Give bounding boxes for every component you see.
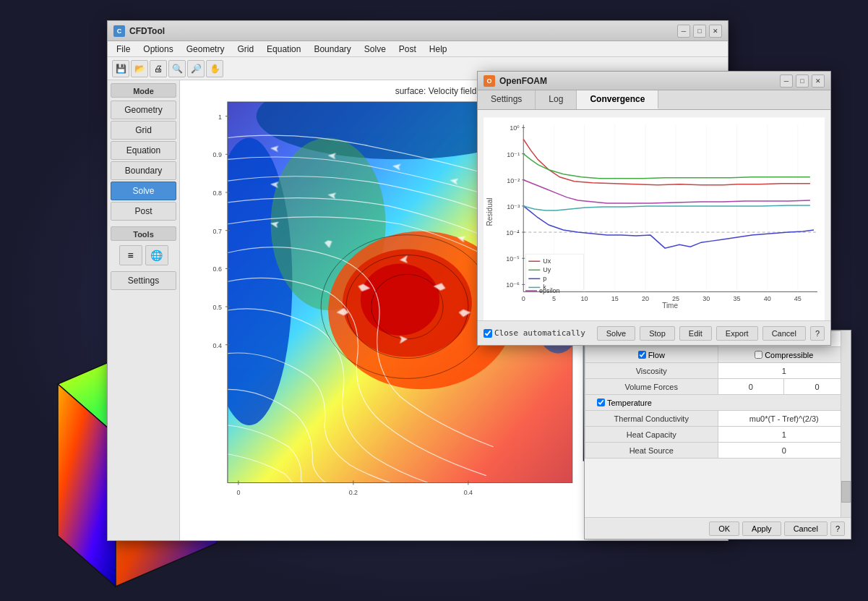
of-titlebar: O OpenFOAM ─ □ ✕	[478, 72, 830, 90]
maximize-button[interactable]: □	[693, 25, 706, 38]
svg-text:0: 0	[236, 489, 240, 496]
svg-text:0.4: 0.4	[464, 489, 473, 496]
svg-text:Ux: Ux	[543, 257, 551, 265]
svg-text:5: 5	[552, 295, 556, 302]
menu-options[interactable]: Options	[137, 43, 179, 56]
properties-table: Density 1.225 Flow Compressible	[585, 331, 851, 459]
minimize-button[interactable]: ─	[677, 25, 690, 38]
tab-settings[interactable]: Settings	[478, 90, 536, 109]
app-title: CFDTool	[129, 26, 673, 36]
menu-post[interactable]: Post	[393, 43, 422, 56]
menu-file[interactable]: File	[111, 43, 136, 56]
svg-text:0.2: 0.2	[349, 489, 358, 496]
svg-text:45: 45	[794, 295, 802, 302]
of-help-btn[interactable]: ?	[810, 326, 825, 341]
volume-forces-label: Volume Forces	[585, 379, 718, 395]
svg-text:0.5: 0.5	[213, 304, 222, 311]
menu-grid[interactable]: Grid	[231, 43, 259, 56]
close-auto-checkbox[interactable]: Close automatically	[484, 328, 585, 338]
svg-text:10⁻³: 10⁻³	[507, 203, 520, 210]
sidebar-grid[interactable]: Grid	[111, 121, 176, 140]
of-close[interactable]: ✕	[812, 74, 825, 88]
of-icon: O	[484, 75, 495, 87]
viscosity-label: Viscosity	[585, 363, 718, 379]
of-tabs: Settings Log Convergence	[478, 90, 830, 110]
sidebar-geometry[interactable]: Geometry	[111, 101, 176, 119]
of-edit-btn[interactable]: Edit	[679, 326, 712, 341]
scrollbar[interactable]	[841, 331, 851, 517]
svg-text:15: 15	[611, 295, 619, 302]
tab-log[interactable]: Log	[536, 90, 577, 109]
heat-src-value: 0	[718, 443, 851, 459]
menu-geometry[interactable]: Geometry	[181, 43, 231, 56]
thermal-cond-value: mu0*(T - Tref)^(2/3)	[718, 411, 851, 427]
flow-checkbox-cell[interactable]: Flow	[585, 347, 718, 363]
mode-label: Mode	[111, 83, 176, 98]
volume-forces-row: Volume Forces 0 0	[585, 379, 851, 395]
sidebar-post[interactable]: Post	[111, 202, 176, 221]
svg-text:10⁻⁵: 10⁻⁵	[506, 255, 520, 263]
svg-text:10⁻²: 10⁻²	[507, 177, 520, 184]
svg-rect-95	[525, 254, 583, 290]
window-controls: ─ □ ✕	[677, 25, 722, 38]
of-stop-btn[interactable]: Stop	[640, 326, 675, 341]
menu-solve[interactable]: Solve	[358, 43, 392, 56]
viscosity-value: 1	[718, 363, 851, 379]
svg-text:0: 0	[522, 295, 525, 302]
cancel-button[interactable]: Cancel	[784, 521, 828, 536]
sidebar-boundary[interactable]: Boundary	[111, 161, 176, 180]
sidebar-equation[interactable]: Equation	[111, 141, 176, 160]
ok-button[interactable]: OK	[709, 521, 739, 536]
of-export-btn[interactable]: Export	[716, 326, 758, 341]
of-solve-btn[interactable]: Solve	[597, 326, 636, 341]
compressible-checkbox-cell[interactable]: Compressible	[718, 347, 851, 363]
tools-row: ≡ 🌐	[111, 245, 176, 265]
svg-text:10⁰: 10⁰	[510, 124, 520, 132]
svg-text:40: 40	[764, 295, 771, 302]
tools-label: Tools	[111, 226, 176, 241]
cfd-titlebar: C CFDTool ─ □ ✕	[108, 21, 728, 41]
sidebar-settings[interactable]: Settings	[111, 271, 176, 290]
of-cancel-btn[interactable]: Cancel	[762, 326, 806, 341]
svg-text:10⁻¹: 10⁻¹	[507, 151, 520, 158]
toolbar-print[interactable]: 🖨	[150, 60, 167, 77]
flow-row: Flow Compressible	[585, 347, 851, 363]
menu-help[interactable]: Help	[424, 43, 453, 56]
sidebar: Mode Geometry Grid Equation Boundary Sol…	[108, 80, 180, 540]
heat-cap-value: 1	[718, 427, 851, 443]
apply-button[interactable]: Apply	[742, 521, 781, 536]
svg-text:10⁻⁴: 10⁻⁴	[506, 229, 520, 236]
menu-equation[interactable]: Equation	[261, 43, 306, 56]
tab-convergence[interactable]: Convergence	[577, 90, 658, 109]
menu-boundary[interactable]: Boundary	[308, 43, 356, 56]
help-button[interactable]: ?	[830, 521, 845, 536]
toolbar-open[interactable]: 📂	[131, 60, 148, 77]
toolbar-pan[interactable]: ✋	[206, 60, 223, 77]
thermal-cond-label: Thermal Conductivity	[585, 411, 718, 427]
app-icon: C	[113, 25, 125, 37]
toolbar-zoom-in[interactable]: 🔍	[168, 60, 186, 77]
svg-text:p: p	[543, 275, 546, 282]
close-button[interactable]: ✕	[709, 25, 722, 38]
menu-bar: File Options Geometry Grid Equation Boun…	[108, 41, 728, 57]
of-bottom-bar: Close automatically Solve Stop Edit Expo…	[478, 320, 830, 345]
tool-lines[interactable]: ≡	[119, 245, 142, 265]
of-maximize[interactable]: □	[796, 74, 809, 88]
props-bottom-bar: OK Apply Cancel ?	[585, 517, 851, 539]
of-window-controls: ─ □ ✕	[780, 74, 825, 88]
heat-capacity-row: Heat Capacity 1	[585, 427, 851, 443]
svg-text:0.7: 0.7	[213, 228, 222, 235]
temperature-checkbox-cell[interactable]: Temperature	[585, 395, 851, 411]
openfoam-window: O OpenFOAM ─ □ ✕ Settings Log Convergenc…	[477, 71, 831, 346]
sidebar-solve[interactable]: Solve	[111, 182, 176, 200]
heat-cap-label: Heat Capacity	[585, 427, 718, 443]
svg-text:0.6: 0.6	[213, 265, 222, 273]
svg-text:0.9: 0.9	[213, 151, 222, 158]
toolbar-zoom-out[interactable]: 🔎	[187, 60, 205, 77]
svg-text:Uy: Uy	[543, 266, 551, 273]
of-minimize[interactable]: ─	[780, 74, 793, 88]
tool-globe[interactable]: 🌐	[145, 245, 168, 265]
legend-epsilon: epsilon	[525, 287, 560, 294]
of-title: OpenFOAM	[499, 76, 775, 86]
toolbar-save[interactable]: 💾	[112, 60, 129, 77]
